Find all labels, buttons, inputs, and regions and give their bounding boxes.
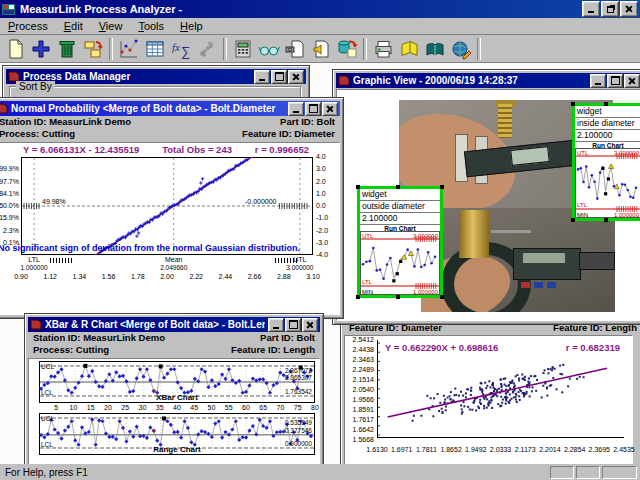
run-chart-icon[interactable] bbox=[116, 37, 142, 61]
close-button[interactable] bbox=[620, 1, 638, 17]
new-document-icon[interactable] bbox=[2, 37, 28, 61]
view-glasses-icon[interactable] bbox=[256, 37, 282, 61]
maximize-button[interactable] bbox=[285, 318, 301, 332]
normal-probability-window[interactable]: Normal Probability <Merge of Bolt data> … bbox=[0, 97, 344, 319]
scatter-plot-icon[interactable] bbox=[194, 37, 220, 61]
station-id: Station ID: MeasurLink Demo bbox=[33, 332, 165, 344]
axis-tick-label: 1.34 bbox=[73, 273, 87, 280]
bolt-shape bbox=[498, 104, 512, 138]
log-book-icon[interactable] bbox=[422, 37, 448, 61]
close-button[interactable] bbox=[624, 74, 640, 88]
button-shape bbox=[547, 282, 556, 288]
svg-text:-0.000000: -0.000000 bbox=[245, 198, 277, 205]
close-button[interactable] bbox=[288, 70, 304, 84]
minimize-icon bbox=[588, 11, 594, 13]
run-chart-mini: UTL3.000000LTL1.000000MIN bbox=[575, 148, 640, 218]
menu-item-edit[interactable]: Edit bbox=[56, 19, 91, 33]
axis-tick-label: 15 bbox=[87, 404, 95, 411]
micrometer-photo bbox=[421, 208, 615, 312]
calculator-icon[interactable] bbox=[230, 37, 256, 61]
np-header-row1: Station ID: MeasurLink Demo Part ID: Bol… bbox=[0, 116, 340, 128]
widget-value: 2.100000 bbox=[360, 213, 440, 225]
status-pane bbox=[550, 466, 574, 479]
axis-tick-label: 1.6642 bbox=[353, 426, 374, 434]
graphic-view-titlebar[interactable]: Graphic View - 2000/06/19 14:28:37 bbox=[336, 73, 640, 88]
selection-handle[interactable] bbox=[396, 295, 400, 299]
window-icon bbox=[30, 319, 42, 330]
selection-handle[interactable] bbox=[604, 102, 608, 106]
close-button[interactable] bbox=[322, 102, 338, 116]
selection-handle[interactable] bbox=[440, 295, 444, 299]
scattergram-window[interactable]: Feature ID: Diameter Feature ID: Length … bbox=[340, 301, 640, 464]
menu-item-help[interactable]: Help bbox=[172, 19, 211, 33]
np-x-axis: LTLMeanUTL1.0000002.0496603.0000000.901.… bbox=[21, 256, 313, 286]
menu-item-process[interactable]: Process bbox=[0, 19, 56, 33]
selection-handle[interactable] bbox=[604, 218, 608, 222]
data-grid-icon[interactable] bbox=[142, 37, 168, 61]
axis-tick-label: 97.7% bbox=[0, 178, 19, 186]
xbar-r-titlebar[interactable]: XBar & R Chart <Merge of Bolt data> - Bo… bbox=[28, 317, 320, 332]
widget-feature: inside diameter bbox=[575, 118, 640, 130]
close-button[interactable] bbox=[302, 318, 318, 332]
xbar-r-window[interactable]: XBar & R Chart <Merge of Bolt data> - Bo… bbox=[24, 313, 324, 464]
selection-handle[interactable] bbox=[396, 185, 400, 189]
svg-text:2.367072: 2.367072 bbox=[285, 367, 312, 374]
statistics-icon[interactable]: fx∑ bbox=[168, 37, 194, 61]
menu-item-view[interactable]: View bbox=[91, 19, 131, 33]
svg-text:LTL: LTL bbox=[362, 279, 373, 285]
delete-run-icon[interactable] bbox=[54, 37, 80, 61]
report-book-icon[interactable] bbox=[396, 37, 422, 61]
minimize-button[interactable] bbox=[590, 74, 606, 88]
maximize-button[interactable] bbox=[271, 70, 287, 84]
axis-tick-label: 25 bbox=[121, 404, 129, 411]
merge-runs-icon[interactable] bbox=[80, 37, 106, 61]
status-pane bbox=[602, 466, 637, 479]
maximize-button[interactable] bbox=[305, 102, 321, 116]
data-export-icon[interactable] bbox=[334, 37, 360, 61]
axis-tick-label: 80 bbox=[311, 404, 319, 411]
restore-button[interactable] bbox=[601, 1, 619, 17]
np-total-obs: Total Obs = 243 bbox=[162, 144, 232, 156]
scattergram-panel: 2.54122.44382.34632.24892.15142.05401.95… bbox=[344, 335, 633, 464]
toolbar: fx∑ bbox=[0, 35, 640, 63]
web-globe-icon[interactable] bbox=[448, 37, 474, 61]
xbar-x-axis: 5101520253035404550556065707580 bbox=[39, 404, 315, 412]
selection-handle[interactable] bbox=[571, 102, 575, 106]
status-bar: For Help, press F1 bbox=[0, 463, 640, 480]
selection-handle[interactable] bbox=[571, 218, 575, 222]
range-plot: 0.5353490.3775460.000000UCLLCLRange Char… bbox=[39, 413, 315, 455]
minimize-button[interactable] bbox=[582, 1, 600, 17]
graphic-view-window[interactable]: Graphic View - 2000/06/19 14:28:37 bbox=[332, 69, 640, 325]
maximize-button[interactable] bbox=[607, 74, 623, 88]
selection-handle[interactable] bbox=[356, 295, 360, 299]
np-plot: 49.98%-0.000000 bbox=[21, 157, 313, 255]
np-note: No significant sign of deviation from th… bbox=[0, 243, 300, 253]
minimize-icon bbox=[273, 327, 279, 329]
svg-text:UTL: UTL bbox=[362, 233, 374, 239]
axis-tick-label: 2.3695 bbox=[589, 446, 610, 453]
svg-text:UCL: UCL bbox=[41, 363, 54, 370]
measurement-widget-inside[interactable]: widget inside diameter 2.100000 Run Char… bbox=[572, 103, 640, 221]
minimize-button[interactable] bbox=[268, 318, 284, 332]
menu-item-tools[interactable]: Tools bbox=[130, 19, 172, 33]
image-capture-icon[interactable] bbox=[282, 37, 308, 61]
axis-tick-label: 2.4438 bbox=[353, 346, 374, 354]
xbar-header-row2: Process: Cutting Feature ID: Length bbox=[28, 344, 320, 356]
minimize-button[interactable] bbox=[254, 70, 270, 84]
close-icon bbox=[306, 321, 314, 329]
axis-tick-label: 1.78 bbox=[131, 273, 145, 280]
measurement-widget-outside[interactable]: widget outside diameter 2.100000 Run Cha… bbox=[357, 186, 443, 298]
add-run-icon[interactable] bbox=[28, 37, 54, 61]
axis-tick-label: 1.5668 bbox=[353, 436, 374, 444]
axis-tick-label: 65 bbox=[259, 404, 267, 411]
axis-tick-label: 1.12 bbox=[43, 273, 57, 280]
selection-handle[interactable] bbox=[440, 185, 444, 189]
sound-annotation-icon[interactable] bbox=[308, 37, 334, 61]
normal-probability-titlebar[interactable]: Normal Probability <Merge of Bolt data> … bbox=[0, 101, 340, 116]
axis-tick-label: -4.0 bbox=[316, 251, 328, 259]
axis-tick-label: 2.1173 bbox=[515, 446, 536, 453]
selection-handle[interactable] bbox=[356, 185, 360, 189]
print-icon[interactable] bbox=[370, 37, 396, 61]
minimize-button[interactable] bbox=[288, 102, 304, 116]
title-bar[interactable]: MeasurLink Process Analyzer - bbox=[0, 0, 640, 18]
